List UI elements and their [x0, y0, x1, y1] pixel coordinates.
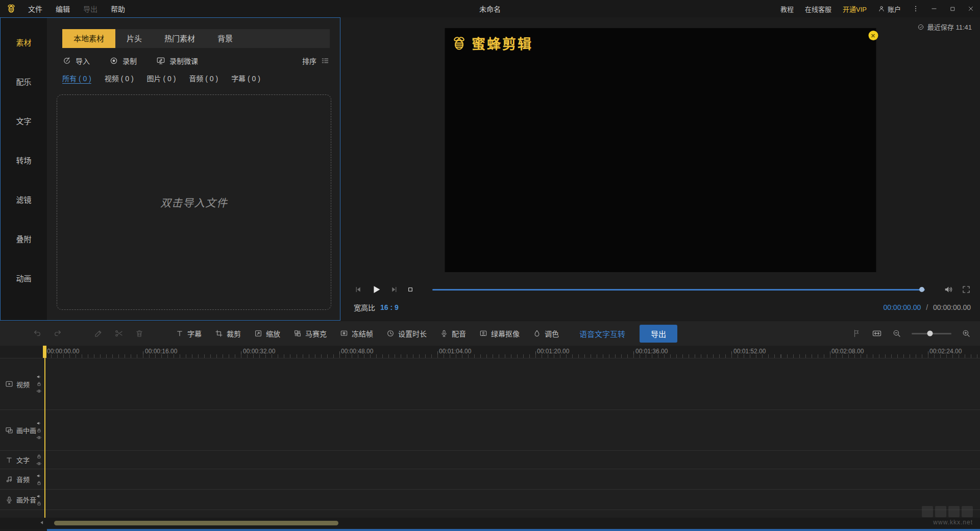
tool-label: 绿幕抠像: [491, 328, 520, 339]
tab-local-material[interactable]: 本地素材: [62, 29, 115, 48]
pip-track-lane[interactable]: [45, 410, 980, 450]
text-track-header[interactable]: 文字: [0, 451, 45, 469]
video-track-lane[interactable]: [45, 358, 980, 409]
more-menu-button[interactable]: [906, 0, 925, 17]
playhead-line[interactable]: [44, 346, 45, 518]
menu-file[interactable]: 文件: [21, 4, 49, 14]
lock-icon[interactable]: [36, 500, 42, 506]
previous-frame-button[interactable]: [354, 285, 363, 294]
seek-handle[interactable]: [919, 287, 924, 292]
tool-chroma-key[interactable]: 绿幕抠像: [479, 328, 520, 339]
sort-button[interactable]: 排序: [302, 56, 330, 66]
speaker-icon[interactable]: [36, 420, 42, 426]
video-track-header[interactable]: 视频: [0, 358, 45, 409]
next-frame-button[interactable]: [389, 285, 399, 294]
undo-button[interactable]: [33, 329, 42, 338]
menu-edit[interactable]: 编辑: [49, 4, 77, 14]
voiceover-track-header[interactable]: 画外音: [0, 490, 45, 510]
document-title: 未命名: [479, 4, 501, 14]
split-button[interactable]: [114, 329, 124, 338]
filter-subtitle[interactable]: 字幕 ( 0 ): [231, 73, 260, 83]
speaker-icon[interactable]: [36, 374, 42, 380]
tool-scale[interactable]: 缩放: [254, 328, 280, 339]
timeline-ruler[interactable]: 00:00:00.00 00:00:16.00 00:00:32.00 00:0…: [0, 346, 980, 358]
visibility-icon[interactable]: [36, 389, 42, 394]
tool-dubbing[interactable]: 配音: [440, 328, 466, 339]
timeline-zoom-slider[interactable]: [912, 333, 951, 334]
lock-icon[interactable]: [36, 480, 42, 486]
ruler-tick-label: 00:00:00.00: [47, 348, 79, 355]
tutorial-link[interactable]: 教程: [775, 4, 799, 14]
lock-icon[interactable]: [36, 427, 42, 433]
stop-button[interactable]: [406, 285, 414, 294]
volume-button[interactable]: [943, 284, 953, 295]
person-icon: [878, 5, 885, 12]
export-button[interactable]: 导出: [640, 325, 677, 343]
speaker-icon[interactable]: [36, 493, 42, 499]
menu-help[interactable]: 帮助: [104, 4, 132, 14]
audio-track-header[interactable]: 音频: [0, 469, 45, 489]
tool-crop[interactable]: 裁剪: [215, 328, 241, 339]
record-lesson-icon: [156, 56, 165, 65]
close-button[interactable]: [962, 0, 980, 17]
import-dropzone[interactable]: 双击导入文件: [57, 94, 331, 310]
playback-controls: [354, 282, 971, 297]
play-button[interactable]: [371, 284, 382, 295]
import-button[interactable]: 导入: [62, 56, 90, 66]
timeline-zoom-out-button[interactable]: [892, 329, 901, 338]
filter-image[interactable]: 图片 ( 0 ): [147, 73, 176, 83]
sidebar-item-filter[interactable]: 滤镜: [1, 180, 47, 219]
sidebar-item-music[interactable]: 配乐: [1, 62, 47, 101]
scroll-left-arrow[interactable]: [39, 519, 45, 526]
pip-track-header[interactable]: 画中画: [0, 410, 45, 450]
tab-hot-material[interactable]: 热门素材: [153, 29, 206, 48]
voiceover-track-lane[interactable]: [45, 490, 980, 510]
redo-button[interactable]: [53, 329, 62, 338]
tab-background[interactable]: 背景: [206, 29, 244, 48]
visibility-icon[interactable]: [36, 435, 42, 440]
record-button[interactable]: 录制: [109, 56, 137, 66]
maximize-button[interactable]: [943, 0, 962, 17]
filter-audio[interactable]: 音频 ( 0 ): [189, 73, 218, 83]
watermark-close-button[interactable]: [868, 31, 878, 40]
tool-subtitle[interactable]: 字幕: [176, 328, 202, 339]
filter-video[interactable]: 视频 ( 0 ): [105, 73, 134, 83]
visibility-icon[interactable]: [36, 461, 42, 466]
sidebar-item-material[interactable]: 素材: [1, 22, 47, 62]
delete-button[interactable]: [135, 329, 144, 338]
seek-bar[interactable]: [432, 289, 925, 291]
tool-color-grading[interactable]: 调色: [533, 328, 559, 339]
tool-mosaic[interactable]: 马赛克: [293, 328, 327, 339]
tab-intro[interactable]: 片头: [115, 29, 153, 48]
account-button[interactable]: 账户: [872, 4, 906, 14]
vip-link[interactable]: 开通VIP: [837, 4, 872, 14]
fullscreen-button[interactable]: [962, 285, 971, 294]
aspect-ratio-value[interactable]: 16 : 9: [380, 303, 399, 311]
speech-text-convert-button[interactable]: 语音文字互转: [579, 328, 625, 339]
text-track-icon: [5, 456, 13, 464]
sidebar-item-transition[interactable]: 转场: [1, 140, 47, 180]
sidebar-item-text[interactable]: 文字: [1, 101, 47, 140]
support-link[interactable]: 在线客服: [799, 4, 837, 14]
filter-all[interactable]: 所有 ( 0 ): [62, 73, 91, 83]
lock-icon[interactable]: [36, 453, 42, 459]
edit-clip-button[interactable]: [94, 329, 103, 338]
playhead-handle[interactable]: [43, 346, 46, 358]
marker-button[interactable]: [852, 329, 862, 338]
tool-duration[interactable]: 设置时长: [386, 328, 427, 339]
scrollbar-thumb[interactable]: [54, 521, 338, 525]
audio-track-lane[interactable]: [45, 469, 980, 489]
fit-timeline-button[interactable]: [872, 328, 882, 339]
app-logo-bee-icon: [6, 4, 16, 14]
text-track-lane[interactable]: [45, 451, 980, 469]
minimize-button[interactable]: [925, 0, 943, 17]
speaker-icon[interactable]: [36, 473, 42, 478]
sidebar-item-overlay[interactable]: 叠附: [1, 219, 47, 258]
record-lesson-button[interactable]: 录制微课: [156, 56, 198, 66]
zoom-slider-handle[interactable]: [927, 331, 933, 336]
timeline-zoom-in-button[interactable]: [962, 329, 971, 338]
dropzone-hint: 双击导入文件: [160, 195, 228, 210]
lock-icon[interactable]: [36, 381, 42, 387]
tool-freeze-frame[interactable]: 冻结帧: [340, 328, 373, 339]
sidebar-item-animation[interactable]: 动画: [1, 258, 47, 298]
